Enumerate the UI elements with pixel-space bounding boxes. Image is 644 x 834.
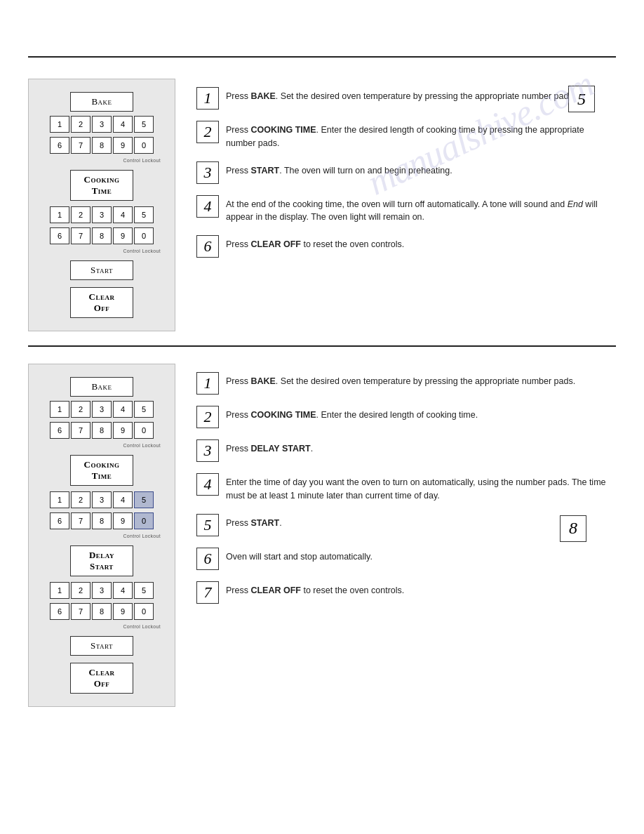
s2-key-5c[interactable]: 5 — [134, 582, 154, 599]
s2-key-5b[interactable]: 5 — [134, 491, 154, 508]
s2-key-1c[interactable]: 1 — [50, 582, 69, 599]
section-1: Bake 1 2 3 4 5 6 7 8 9 0 Control Lockout… — [0, 65, 644, 345]
s2-key-3[interactable]: 3 — [92, 401, 112, 418]
bake-button-2[interactable]: Bake — [70, 377, 133, 397]
s2-step-text-4: Enter the time of day you want the oven … — [226, 472, 616, 503]
s2-key-8[interactable]: 8 — [92, 422, 112, 439]
s2-step-7: 7 Press CLEAR OFF to reset the oven cont… — [196, 580, 539, 604]
key-5b[interactable]: 5 — [134, 206, 154, 223]
s2-key-0b[interactable]: 0 — [134, 512, 154, 529]
section1-badge: 5 — [568, 86, 595, 112]
s2-key-6c[interactable]: 6 — [50, 603, 69, 620]
key-7[interactable]: 7 — [71, 137, 90, 154]
s2-step-text-1: Press BAKE. Set the desired oven tempera… — [226, 371, 575, 388]
s2-key-3c[interactable]: 3 — [92, 582, 112, 599]
s2-lockout-3: Control Lockout — [123, 624, 161, 629]
s2-key-7[interactable]: 7 — [71, 422, 90, 439]
key-2b[interactable]: 2 — [71, 206, 90, 223]
s2-key-4c[interactable]: 4 — [113, 582, 133, 599]
s2-key-1b[interactable]: 1 — [50, 491, 69, 508]
section1-steps: 1 Press BAKE. Set the desired oven tempe… — [196, 79, 616, 258]
key-2[interactable]: 2 — [71, 116, 90, 133]
keypad5-row2: 6 7 8 9 0 — [40, 603, 163, 620]
control-panel-2: Bake 1 2 3 4 5 6 7 8 9 0 Control Lockout… — [28, 364, 175, 707]
step-number-1: 1 — [196, 87, 219, 110]
delay-start-button[interactable]: DelayStart — [70, 545, 133, 576]
key-3[interactable]: 3 — [92, 116, 112, 133]
s2-key-9[interactable]: 9 — [113, 422, 133, 439]
s2-step-6: 6 Oven will start and stop automatically… — [196, 546, 539, 570]
section-2: Bake 1 2 3 4 5 6 7 8 9 0 Control Lockout… — [0, 350, 644, 721]
page-container: Bake 1 2 3 4 5 6 7 8 9 0 Control Lockout… — [0, 56, 644, 721]
s2-key-4b[interactable]: 4 — [113, 491, 133, 508]
s2-step-number-4: 4 — [196, 473, 219, 496]
clear-off-button-2[interactable]: ClearOff — [70, 663, 133, 694]
key-5[interactable]: 5 — [134, 116, 154, 133]
s2-step-3: 3 Press DELAY START. — [196, 438, 616, 462]
s2-lockout-1: Control Lockout — [123, 443, 161, 448]
s2-key-7b[interactable]: 7 — [71, 512, 90, 529]
s2-key-8c[interactable]: 8 — [92, 603, 112, 620]
s2-key-1[interactable]: 1 — [50, 401, 69, 418]
s2-step-number-2: 2 — [196, 406, 219, 428]
clear-off-button-1[interactable]: ClearOff — [70, 287, 133, 318]
s2-key-0[interactable]: 0 — [134, 422, 154, 439]
key-8b[interactable]: 8 — [92, 227, 112, 244]
step-text-3: Press START. The oven will turn on and b… — [226, 160, 452, 178]
section-divider — [28, 345, 616, 347]
key-7b[interactable]: 7 — [71, 227, 90, 244]
bake-button-1[interactable]: Bake — [70, 92, 133, 112]
s2-badge-8: 8 — [560, 512, 616, 614]
s2-key-8b[interactable]: 8 — [92, 512, 112, 529]
s2-step-number-1: 1 — [196, 372, 219, 395]
step-1-1: 1 Press BAKE. Set the desired oven tempe… — [196, 86, 616, 110]
instructions-2: 1 Press BAKE. Set the desired oven tempe… — [175, 364, 616, 707]
s2-key-6[interactable]: 6 — [50, 422, 69, 439]
keypad1-row2: 6 7 8 9 0 — [40, 137, 163, 154]
s2-step-number-6: 6 — [196, 548, 219, 570]
s2-key-2b[interactable]: 2 — [71, 491, 90, 508]
key-9b[interactable]: 9 — [113, 227, 133, 244]
key-9[interactable]: 9 — [113, 137, 133, 154]
control-panel-1: Bake 1 2 3 4 5 6 7 8 9 0 Control Lockout… — [28, 79, 175, 331]
s2-key-6b[interactable]: 6 — [50, 512, 69, 529]
step-number-3: 3 — [196, 161, 219, 184]
step-text-2: Press COOKING TIME. Enter the desired le… — [226, 119, 616, 150]
key-1b[interactable]: 1 — [50, 206, 69, 223]
s2-key-5[interactable]: 5 — [134, 401, 154, 418]
s2-step-number-7: 7 — [196, 581, 219, 604]
key-0[interactable]: 0 — [134, 137, 154, 154]
s2-key-4[interactable]: 4 — [113, 401, 133, 418]
s2-lockout-2: Control Lockout — [123, 534, 161, 538]
key-4b[interactable]: 4 — [113, 206, 133, 223]
cooking-time-button-1[interactable]: CookingTime — [70, 170, 133, 201]
key-0b[interactable]: 0 — [134, 227, 154, 244]
step-number-2: 2 — [196, 121, 219, 143]
keypad5-row1: 1 2 3 4 5 — [40, 582, 163, 599]
s2-key-2c[interactable]: 2 — [71, 582, 90, 599]
delay-start-label: DelayStart — [89, 550, 114, 571]
step-number-6: 6 — [196, 235, 219, 258]
key-6[interactable]: 6 — [50, 137, 69, 154]
key-4[interactable]: 4 — [113, 116, 133, 133]
s2-key-9c[interactable]: 9 — [113, 603, 133, 620]
start-button-1[interactable]: Start — [70, 260, 133, 280]
cooking-time-button-2[interactable]: CookingTime — [70, 455, 133, 486]
step-text-1: Press BAKE. Set the desired oven tempera… — [226, 86, 575, 103]
s2-key-3b[interactable]: 3 — [92, 491, 112, 508]
s2-key-7c[interactable]: 7 — [71, 603, 90, 620]
keypad2-row1: 1 2 3 4 5 — [40, 206, 163, 223]
clear-off-label-2: ClearOff — [89, 667, 115, 689]
key-8[interactable]: 8 — [92, 137, 112, 154]
step-number-4: 4 — [196, 195, 219, 218]
s2-step-number-5: 5 — [196, 514, 219, 536]
section2-steps: 1 Press BAKE. Set the desired oven tempe… — [196, 364, 616, 614]
start-button-2[interactable]: Start — [70, 636, 133, 656]
key-6b[interactable]: 6 — [50, 227, 69, 244]
s2-key-2[interactable]: 2 — [71, 401, 90, 418]
s2-key-0c[interactable]: 0 — [134, 603, 154, 620]
key-3b[interactable]: 3 — [92, 206, 112, 223]
key-1[interactable]: 1 — [50, 116, 69, 133]
s2-key-9b[interactable]: 9 — [113, 512, 133, 529]
s2-step-text-6: Oven will start and stop automatically. — [226, 546, 373, 564]
